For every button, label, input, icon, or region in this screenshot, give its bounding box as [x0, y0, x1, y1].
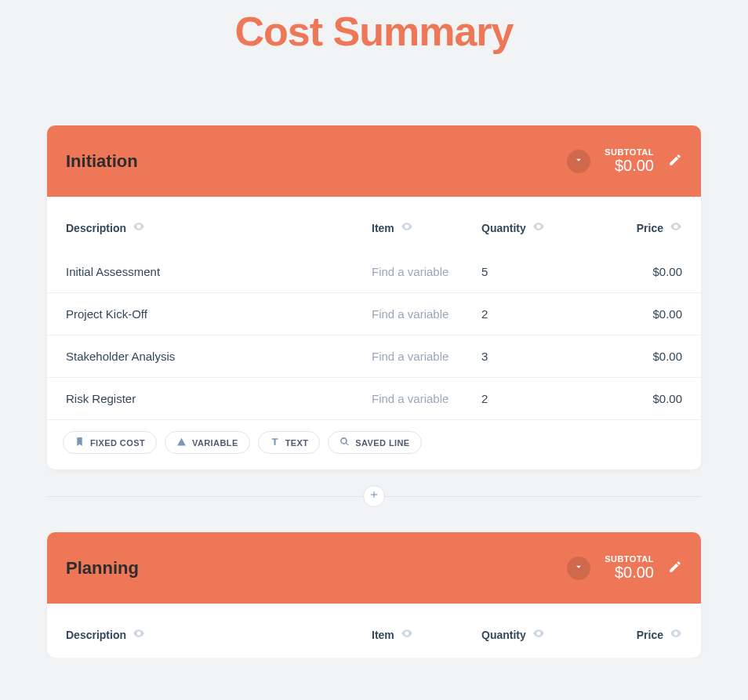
column-header-label: Item — [372, 222, 394, 234]
cell-quantity: 2 — [481, 392, 583, 405]
column-header-description: Description — [66, 220, 372, 235]
edit-button[interactable] — [668, 153, 682, 170]
section-header: Initiation SUBTOTAL $0.00 — [47, 125, 701, 197]
visibility-toggle[interactable] — [133, 627, 145, 642]
cell-quantity: 3 — [481, 350, 583, 363]
pencil-icon — [668, 156, 682, 169]
item-input[interactable] — [372, 265, 458, 278]
page-title: Cost Summary — [0, 0, 748, 102]
pill-label: VARIABLE — [192, 438, 238, 448]
eye-icon — [401, 627, 413, 642]
pencil-icon — [668, 563, 682, 576]
eye-icon — [670, 627, 682, 642]
subtotal-value: $0.00 — [605, 157, 654, 175]
add-section-button[interactable] — [363, 485, 385, 507]
table-row: Risk Register 2 $0.00 — [47, 378, 701, 420]
eye-icon — [532, 627, 545, 642]
column-header-item: Item — [372, 220, 481, 235]
column-header-label: Price — [637, 222, 663, 234]
column-header-price: Price — [583, 220, 682, 235]
collapse-button[interactable] — [567, 150, 590, 173]
cell-price: $0.00 — [583, 350, 682, 363]
column-header-label: Description — [66, 222, 126, 234]
cell-quantity: 2 — [481, 307, 583, 321]
search-icon — [340, 437, 350, 448]
subtotal-value: $0.00 — [605, 564, 654, 582]
cell-description: Risk Register — [66, 392, 372, 405]
cell-quantity: 5 — [481, 265, 583, 278]
item-input[interactable] — [372, 392, 458, 405]
pill-label: SAVED LINE — [355, 438, 409, 448]
eye-icon — [133, 627, 145, 642]
eye-icon — [401, 220, 413, 235]
item-input[interactable] — [372, 307, 458, 321]
eye-icon — [532, 220, 545, 235]
fixed-cost-button[interactable]: FIXED COST — [63, 431, 157, 454]
section-card-planning: Planning SUBTOTAL $0.00 Description Item — [47, 532, 701, 658]
item-input[interactable] — [372, 350, 458, 363]
visibility-toggle[interactable] — [532, 220, 545, 235]
subtotal-block: SUBTOTAL $0.00 — [605, 147, 654, 175]
saved-line-button[interactable]: SAVED LINE — [328, 431, 421, 454]
visibility-toggle[interactable] — [670, 627, 682, 642]
subtotal-label: SUBTOTAL — [605, 554, 654, 564]
cell-description: Stakeholder Analysis — [66, 350, 372, 363]
cell-item — [372, 265, 481, 278]
variable-button[interactable]: VARIABLE — [165, 431, 250, 454]
table-header: Description Item Quantity Price — [47, 197, 701, 251]
table-row: Initial Assessment 5 $0.00 — [47, 251, 701, 293]
cell-price: $0.00 — [583, 392, 682, 405]
cell-price: $0.00 — [583, 307, 682, 321]
edit-button[interactable] — [668, 560, 682, 577]
collapse-button[interactable] — [567, 557, 590, 580]
visibility-toggle[interactable] — [532, 627, 545, 642]
column-header-description: Description — [66, 627, 372, 642]
column-header-label: Quantity — [481, 222, 526, 234]
text-button[interactable]: TEXT — [258, 431, 321, 454]
section-card-initiation: Initiation SUBTOTAL $0.00 Description It… — [47, 125, 701, 470]
cell-item — [372, 392, 481, 405]
visibility-toggle[interactable] — [133, 220, 145, 235]
section-divider — [47, 484, 701, 509]
cell-price: $0.00 — [583, 265, 682, 278]
column-header-item: Item — [372, 627, 481, 642]
column-header-label: Description — [66, 629, 126, 641]
text-icon — [270, 437, 280, 448]
table-row: Project Kick-Off 2 $0.00 — [47, 293, 701, 335]
visibility-toggle[interactable] — [401, 220, 413, 235]
pill-label: FIXED COST — [90, 438, 145, 448]
plus-icon — [369, 489, 379, 503]
action-pills: FIXED COST VARIABLE TEXT SAVED LINE — [47, 420, 701, 470]
eye-icon — [670, 220, 682, 235]
triangle-icon — [176, 437, 187, 448]
visibility-toggle[interactable] — [670, 220, 682, 235]
column-header-quantity: Quantity — [481, 220, 583, 235]
column-header-label: Quantity — [481, 629, 526, 641]
cell-item — [372, 307, 481, 321]
subtotal-block: SUBTOTAL $0.00 — [605, 554, 654, 582]
pill-label: TEXT — [285, 438, 309, 448]
section-title: Initiation — [66, 151, 567, 172]
visibility-toggle[interactable] — [401, 627, 413, 642]
chevron-down-icon — [573, 154, 584, 169]
cell-item — [372, 350, 481, 363]
section-title: Planning — [66, 558, 567, 578]
column-header-label: Item — [372, 629, 394, 641]
eye-icon — [133, 220, 145, 235]
subtotal-label: SUBTOTAL — [605, 147, 654, 157]
table-row: Stakeholder Analysis 3 $0.00 — [47, 335, 701, 378]
table-header: Description Item Quantity Price — [47, 604, 701, 658]
bookmark-icon — [74, 437, 85, 448]
column-header-price: Price — [583, 627, 682, 642]
cell-description: Initial Assessment — [66, 265, 372, 278]
chevron-down-icon — [573, 561, 584, 575]
column-header-quantity: Quantity — [481, 627, 583, 642]
cell-description: Project Kick-Off — [66, 307, 372, 321]
section-header: Planning SUBTOTAL $0.00 — [47, 532, 701, 604]
column-header-label: Price — [637, 629, 663, 641]
